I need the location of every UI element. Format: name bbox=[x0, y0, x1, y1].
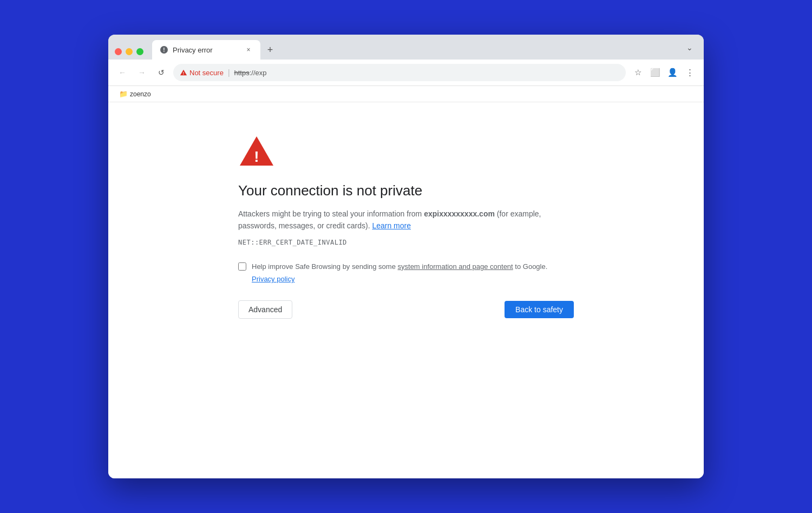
back-to-safety-button[interactable]: Back to safety bbox=[505, 301, 574, 318]
error-icon: ! bbox=[238, 135, 574, 169]
menu-button[interactable]: ⋮ bbox=[682, 65, 697, 80]
forward-button[interactable]: → bbox=[134, 65, 149, 80]
advanced-button[interactable]: Advanced bbox=[238, 300, 292, 319]
url-rest-part: ://exp bbox=[250, 69, 267, 77]
safe-browsing-link[interactable]: system information and page content bbox=[398, 262, 513, 271]
folder-icon: 📁 bbox=[119, 90, 128, 98]
address-bar[interactable]: ! Not secure | https://exp bbox=[173, 64, 626, 81]
browser-window: ! Privacy error × + ⌄ ← → ↺ ! Not secure… bbox=[108, 35, 704, 478]
warning-triangle-icon: ! bbox=[180, 69, 187, 76]
error-title: Your connection is not private bbox=[238, 182, 574, 199]
minimize-window-button[interactable] bbox=[126, 48, 133, 55]
active-tab[interactable]: ! Privacy error × bbox=[152, 40, 260, 60]
back-button[interactable]: ← bbox=[115, 65, 130, 80]
tab-strip-menu-button[interactable]: ⌄ bbox=[682, 40, 697, 55]
error-desc-part1: Attackers might be trying to steal your … bbox=[238, 209, 424, 218]
error-actions: Advanced Back to safety bbox=[238, 300, 574, 319]
tab-bar-right: ⌄ bbox=[682, 40, 697, 55]
privacy-policy-link[interactable]: Privacy policy bbox=[252, 275, 574, 283]
address-separator: | bbox=[228, 68, 230, 77]
error-container: ! Your connection is not private Attacke… bbox=[238, 135, 574, 319]
svg-text:!: ! bbox=[163, 47, 165, 53]
bookmark-star-button[interactable]: ☆ bbox=[630, 65, 645, 80]
learn-more-link[interactable]: Learn more bbox=[372, 221, 411, 230]
split-screen-button[interactable]: ⬜ bbox=[647, 65, 663, 80]
reload-button[interactable]: ↺ bbox=[154, 65, 169, 80]
error-domain: expixxxxxxxxx.com bbox=[424, 209, 495, 218]
tab-title: Privacy error bbox=[173, 46, 240, 54]
toolbar-actions: ☆ ⬜ 👤 ⋮ bbox=[630, 65, 697, 80]
bookmark-zoenzo[interactable]: 📁 zoenzo bbox=[115, 88, 155, 100]
safe-browsing-checkbox[interactable] bbox=[238, 262, 246, 271]
tab-bar: ! Privacy error × + ⌄ bbox=[108, 35, 704, 60]
window-controls bbox=[115, 48, 143, 55]
svg-text:!: ! bbox=[183, 71, 184, 75]
safe-browsing-row: Help improve Safe Browsing by sending so… bbox=[238, 261, 574, 272]
page-content: ! Your connection is not private Attacke… bbox=[108, 102, 704, 478]
not-secure-label-text: Not secure bbox=[189, 69, 224, 77]
bookmark-label: zoenzo bbox=[130, 90, 151, 98]
url-strikethrough-part: https bbox=[234, 69, 250, 77]
warning-triangle-large-icon: ! bbox=[238, 135, 275, 167]
safe-browsing-text-part1: Help improve Safe Browsing by sending so… bbox=[252, 262, 398, 271]
not-secure-indicator: ! Not secure bbox=[180, 69, 224, 77]
close-window-button[interactable] bbox=[115, 48, 122, 55]
bookmarks-bar: 📁 zoenzo bbox=[108, 86, 704, 102]
safe-browsing-text-part2: to Google. bbox=[513, 262, 548, 271]
svg-text:!: ! bbox=[254, 148, 259, 165]
tab-close-button[interactable]: × bbox=[244, 45, 253, 54]
error-description: Attackers might be trying to steal your … bbox=[238, 208, 574, 232]
safe-browsing-text: Help improve Safe Browsing by sending so… bbox=[252, 261, 547, 272]
toolbar: ← → ↺ ! Not secure | https://exp ☆ ⬜ 👤 ⋮ bbox=[108, 60, 704, 86]
maximize-window-button[interactable] bbox=[136, 48, 143, 55]
profile-button[interactable]: 👤 bbox=[665, 65, 680, 80]
new-tab-button[interactable]: + bbox=[263, 42, 278, 57]
tab-favicon-icon: ! bbox=[160, 45, 168, 54]
error-code: NET::ERR_CERT_DATE_INVALID bbox=[238, 239, 574, 246]
address-url: https://exp bbox=[234, 69, 267, 77]
